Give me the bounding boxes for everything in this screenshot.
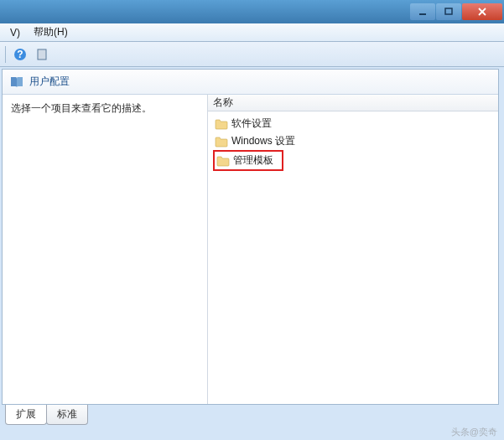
view-tabs: 扩展 标准	[5, 405, 87, 425]
help-icon: ?	[13, 48, 27, 61]
document-icon	[35, 48, 49, 61]
toolbar-action-button[interactable]	[33, 45, 51, 64]
folder-icon	[215, 136, 228, 148]
list-item-label: 软件设置	[231, 116, 272, 131]
minimize-icon	[418, 8, 427, 16]
svg-text:?: ?	[17, 49, 23, 60]
close-icon	[478, 8, 486, 16]
menubar: V) 帮助(H)	[0, 23, 504, 42]
maximize-icon	[444, 8, 453, 16]
svg-rect-6	[38, 49, 46, 60]
watermark: 头条@奕奇	[451, 426, 497, 438]
book-icon	[9, 75, 24, 90]
folder-icon	[216, 155, 230, 167]
content-pane: 用户配置 选择一个项目来查看它的描述。 名称 软件设置Windows 设置管理模…	[2, 69, 499, 405]
maximize-button[interactable]	[436, 3, 461, 20]
list-item[interactable]: Windows 设置	[213, 132, 493, 150]
items-pane: 名称 软件设置Windows 设置管理模板	[208, 95, 498, 404]
toolbar-separator	[5, 46, 6, 63]
description-pane: 选择一个项目来查看它的描述。	[3, 95, 208, 404]
split-panes: 选择一个项目来查看它的描述。 名称 软件设置Windows 设置管理模板	[3, 95, 498, 404]
minimize-button[interactable]	[410, 3, 435, 20]
pane-header: 用户配置	[3, 70, 498, 95]
list-item-label: Windows 设置	[231, 134, 295, 148]
toolbar-help-button[interactable]: ?	[11, 45, 29, 64]
menu-help[interactable]: 帮助(H)	[27, 23, 75, 41]
list-item-label: 管理模板	[233, 153, 273, 168]
close-button[interactable]	[462, 3, 502, 20]
pane-title: 用户配置	[29, 75, 70, 89]
column-header-name[interactable]: 名称	[208, 95, 498, 111]
folder-icon	[215, 118, 228, 130]
menu-view[interactable]: V)	[3, 25, 27, 40]
tab-extended[interactable]: 扩展	[5, 405, 47, 425]
file-list: 软件设置Windows 设置管理模板	[208, 111, 498, 174]
svg-rect-1	[445, 8, 452, 14]
tab-standard[interactable]: 标准	[46, 405, 88, 425]
toolbar: ?	[0, 42, 504, 67]
list-item[interactable]: 软件设置	[213, 115, 493, 132]
description-prompt: 选择一个项目来查看它的描述。	[11, 102, 152, 114]
list-item[interactable]: 管理模板	[213, 150, 283, 171]
window-titlebar	[0, 0, 504, 23]
